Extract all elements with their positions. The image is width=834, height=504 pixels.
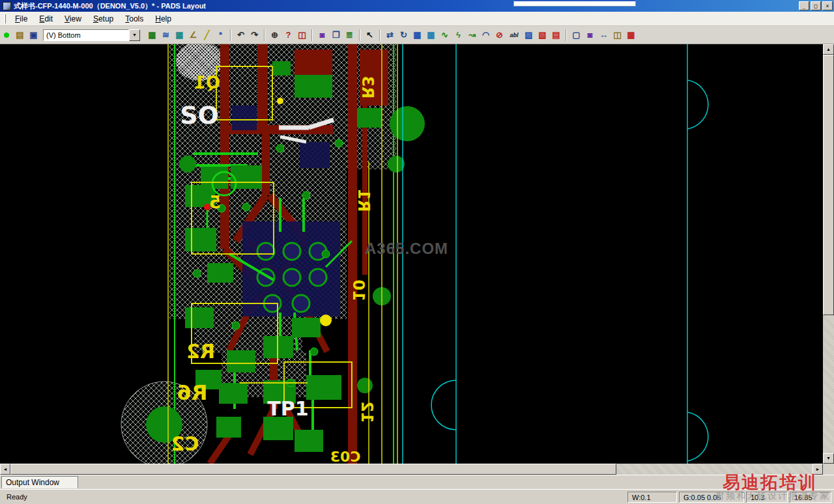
status-ready: Ready — [3, 492, 626, 503]
waves-icon[interactable]: ≋ — [159, 29, 173, 42]
vertical-scrollbar[interactable]: ▲ ▼ — [823, 44, 834, 464]
svg-text:10: 10 — [349, 279, 367, 301]
save-icon[interactable]: ▣ — [27, 29, 40, 42]
watermark-tagline: 射频和天线设计培训专家 — [715, 490, 830, 502]
menu-bar: FileEditViewSetupToolsHelp — [0, 12, 834, 26]
status-line-width: W:0.1 — [627, 492, 677, 503]
select-icon[interactable]: ↖ — [363, 29, 377, 42]
menu-item-help[interactable]: Help — [149, 12, 177, 25]
pads-layout-window: 式样书-CFP-1440-M-000（DENON_V5.0）* - PADS L… — [0, 0, 834, 504]
no-plow-icon[interactable]: ⊘ — [493, 29, 506, 42]
svg-text:R3: R3 — [358, 76, 377, 98]
move-icon[interactable]: ⇄ — [383, 29, 397, 42]
scrollbar-corner — [823, 464, 834, 475]
toolbar-mid-group: ▦≋▦∠╱*↶↷⊕?◫◙❐≣ — [145, 29, 356, 42]
zoom-icon[interactable]: ⊕ — [268, 29, 281, 42]
svg-text:Q1: Q1 — [194, 73, 220, 92]
toolbar-design-group: ↖⇄↻▦▦∿ϟ↝◠⊘abl▨▧▤▢◙↔◫▦ — [363, 29, 638, 42]
minimize-button[interactable]: _ — [799, 1, 809, 10]
scroll-up-icon[interactable]: ▲ — [823, 44, 834, 55]
autoroute-icon[interactable]: ϟ — [452, 29, 465, 42]
vertical-scroll-thumb[interactable] — [823, 55, 834, 315]
line-icon[interactable]: ╱ — [200, 29, 214, 42]
window-title: 式样书-CFP-1440-M-000（DENON_V5.0）* - PADS L… — [14, 1, 206, 11]
arc-icon[interactable]: ◠ — [479, 29, 493, 42]
horizontal-scroll-thumb[interactable] — [10, 464, 616, 475]
toolbar-separator — [264, 29, 265, 41]
toolbar-separator — [359, 29, 360, 41]
mirror-icon[interactable]: ◫ — [611, 29, 624, 42]
layer-selector[interactable]: (V) Bottom ▼ — [43, 29, 140, 41]
scroll-left-icon[interactable]: ◄ — [0, 464, 10, 475]
redo-icon[interactable]: ↷ — [248, 29, 261, 42]
chevron-down-icon[interactable]: ▼ — [129, 29, 140, 41]
maximize-button[interactable]: □ — [811, 1, 821, 10]
toolbar-separator — [379, 29, 381, 41]
svg-text:5: 5 — [209, 193, 221, 212]
window-icon[interactable]: ❐ — [329, 29, 343, 42]
horizontal-scrollbar[interactable]: ◄ ► — [0, 464, 823, 475]
layer-selector-value[interactable]: (V) Bottom — [43, 29, 129, 41]
photo-icon[interactable]: ◙ — [315, 29, 329, 42]
copper-pour-icon[interactable]: ▨ — [522, 29, 536, 42]
status-led-icon — [4, 33, 9, 38]
watermark-center: A365.COM — [365, 240, 448, 258]
dimension-icon[interactable]: ↔ — [597, 29, 611, 42]
menu-item-setup[interactable]: Setup — [87, 12, 119, 25]
toolbar: ▤▣ (V) Bottom ▼ ▦≋▦∠╱*↶↷⊕?◫◙❐≣ ↖⇄↻▦▦∿ϟ↝◠… — [0, 26, 834, 44]
output-window-tab[interactable]: Output Window — [1, 476, 78, 488]
layers-icon[interactable]: ▦ — [410, 29, 424, 42]
toolbar-file-group: ▤▣ — [13, 29, 40, 42]
board-outline-icon[interactable]: ▢ — [569, 29, 583, 42]
svg-text:C2: C2 — [171, 432, 199, 455]
svg-text:R1: R1 — [354, 189, 373, 212]
open-icon[interactable]: ▤ — [13, 29, 27, 42]
output-window-row: Output Window — [0, 475, 834, 489]
status-bar: Ready W:0.1 G:0.05 0.05 10.3 16.85 — [0, 489, 834, 504]
menu-item-view[interactable]: View — [59, 12, 87, 25]
wipe-icon[interactable]: ◫ — [295, 29, 309, 42]
scroll-down-icon[interactable]: ▼ — [823, 453, 834, 464]
toolbar-separator — [311, 29, 313, 41]
grid2-icon[interactable]: ▦ — [424, 29, 438, 42]
menu-item-tools[interactable]: Tools — [119, 12, 149, 25]
toolbar-separator — [566, 29, 567, 41]
hatch-icon[interactable]: ▤ — [549, 29, 563, 42]
star-grid-icon[interactable]: * — [214, 29, 227, 42]
grid-icon[interactable]: ▦ — [173, 29, 186, 42]
app-icon — [3, 2, 11, 10]
photo2-icon[interactable]: ◙ — [583, 29, 597, 42]
menu-grip — [4, 14, 6, 23]
svg-text:TP1: TP1 — [267, 397, 308, 420]
route-icon[interactable]: ∿ — [438, 29, 452, 42]
overlapping-window-artifact — [513, 0, 636, 7]
close-button[interactable]: × — [822, 1, 833, 10]
pcb-design-canvas[interactable]: Q1SOR35R110R2R6C2TP112C03 A365.COM — [0, 44, 823, 464]
svg-text:SO: SO — [180, 101, 219, 130]
fit-board-icon[interactable]: ▦ — [145, 29, 159, 42]
angle-icon[interactable]: ∠ — [186, 29, 200, 42]
sketch-route-icon[interactable]: ↝ — [465, 29, 479, 42]
toolbar-separator — [230, 29, 231, 41]
menu-item-edit[interactable]: Edit — [33, 12, 59, 25]
rotate-icon[interactable]: ↻ — [397, 29, 410, 42]
menu-item-file[interactable]: File — [9, 12, 33, 25]
report-icon[interactable]: ≣ — [343, 29, 356, 42]
undo-icon[interactable]: ↶ — [234, 29, 248, 42]
label-icon[interactable]: abl — [506, 29, 522, 42]
query-icon[interactable]: ? — [281, 29, 295, 42]
title-bar[interactable]: 式样书-CFP-1440-M-000（DENON_V5.0）* - PADS L… — [0, 0, 834, 12]
svg-text:C03: C03 — [330, 449, 361, 464]
svg-text:R6: R6 — [177, 380, 208, 405]
svg-text:12: 12 — [358, 401, 376, 423]
flood-icon[interactable]: ▧ — [536, 29, 549, 42]
spreadsheet-icon[interactable]: ▦ — [624, 29, 638, 42]
svg-text:R2: R2 — [186, 340, 215, 363]
